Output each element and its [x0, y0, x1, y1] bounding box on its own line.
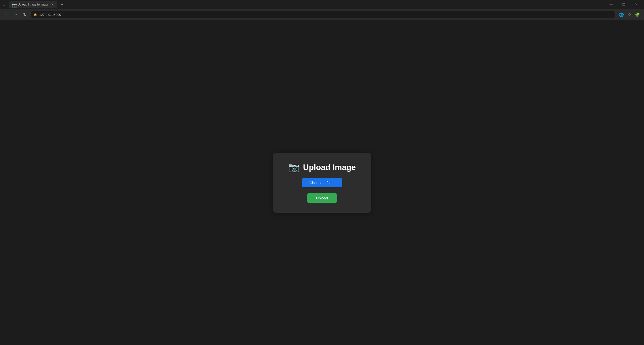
active-tab[interactable]: 📷 Upload Image to Imgur ✕ — [9, 1, 57, 8]
lock-icon: 🔒 — [33, 13, 37, 16]
page-content: 📷 Upload Image Choose a file... Upload — [0, 20, 644, 345]
camera-icon: 📷 — [288, 163, 299, 172]
card-title: Upload Image — [303, 163, 356, 172]
forward-button[interactable]: → — [12, 11, 19, 18]
bookmark-button[interactable]: ☆ — [626, 11, 633, 18]
tab-bar: ⌄ 📷 Upload Image to Imgur ✕ + — ❐ ✕ — [0, 0, 644, 9]
choose-file-button[interactable]: Choose a file... — [302, 178, 342, 187]
back-button[interactable]: ← — [3, 11, 10, 18]
reload-button[interactable]: ↻ — [21, 11, 28, 18]
address-text: 127.0.0.1:5000 — [39, 13, 613, 17]
toolbar-actions: 🌐 ☆ 🧩 — [618, 11, 641, 18]
upload-button[interactable]: Upload — [307, 193, 337, 203]
tab-title: Upload Image to Imgur — [18, 3, 48, 6]
minimize-button[interactable]: — — [605, 1, 617, 8]
restore-button[interactable]: ❐ — [618, 1, 629, 8]
card-header: 📷 Upload Image — [288, 163, 356, 172]
close-button[interactable]: ✕ — [630, 1, 642, 8]
tab-controls: ⌄ — [2, 3, 6, 7]
tab-close-button[interactable]: ✕ — [50, 3, 54, 7]
address-bar[interactable]: 🔒 127.0.0.1:5000 — [30, 11, 616, 18]
upload-card: 📷 Upload Image Choose a file... Upload — [273, 153, 371, 213]
tab-list-button[interactable]: ⌄ — [2, 3, 6, 7]
new-tab-button[interactable]: + — [58, 1, 65, 8]
translate-button[interactable]: 🌐 — [618, 11, 625, 18]
extensions-button[interactable]: 🧩 — [634, 11, 641, 18]
tab-favicon: 📷 — [12, 3, 16, 6]
toolbar: ← → ↻ 🔒 127.0.0.1:5000 🌐 ☆ 🧩 — [0, 9, 644, 20]
window-controls: — ❐ ✕ — [605, 1, 642, 8]
browser-chrome: ⌄ 📷 Upload Image to Imgur ✕ + — ❐ ✕ ← → … — [0, 0, 644, 20]
